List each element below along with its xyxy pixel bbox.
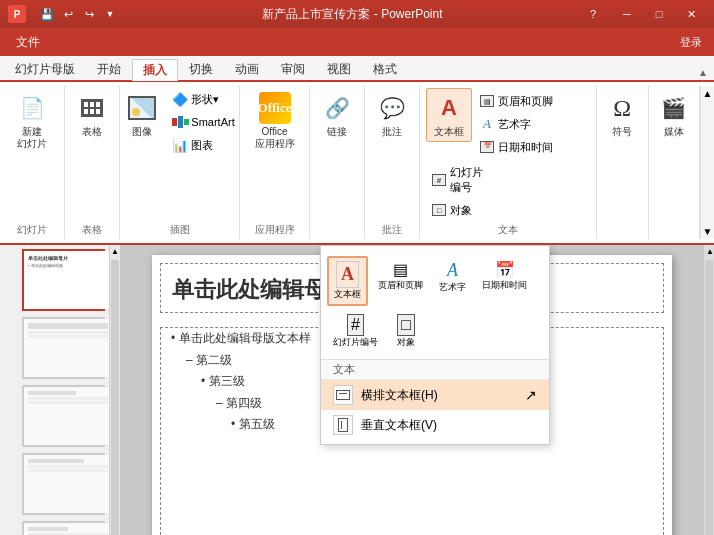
- slide-thumb-5[interactable]: [22, 521, 105, 535]
- shapes-button[interactable]: 🔷 形状▾: [167, 88, 239, 110]
- table-icon: [76, 92, 108, 124]
- comment-button[interactable]: 💬 批注: [369, 88, 415, 142]
- dropdown-top-row: A 文本框 ▤ 页眉和页脚 A 艺术字 📅 日期和时间 # 幻灯片编号: [321, 250, 549, 360]
- dropdown-artword-item[interactable]: A 艺术字: [433, 256, 472, 306]
- tab-insert[interactable]: 插入: [132, 59, 178, 81]
- undo-qa-button[interactable]: ↩: [59, 5, 77, 23]
- ribbon-group-text: A 文本框 ▤ 页眉和页脚 A 艺术字 📅: [420, 86, 597, 239]
- quick-access-toolbar: 💾 ↩ ↪ ▼: [38, 5, 119, 23]
- qa-more-button[interactable]: ▼: [101, 5, 119, 23]
- horizontal-textbox-icon: [333, 385, 353, 405]
- close-button[interactable]: ✕: [676, 4, 706, 24]
- dropdown-headerfooter-item[interactable]: ▤ 页眉和页脚: [372, 256, 429, 306]
- group-label-images: 插图: [170, 221, 190, 237]
- ribbon-group-media: 🎬 媒体: [649, 86, 701, 239]
- shapes-label: 形状▾: [191, 92, 219, 107]
- media-label: 媒体: [664, 126, 684, 138]
- chart-icon: 📊: [172, 137, 188, 153]
- group-label-text: 文本: [498, 221, 518, 237]
- slide-thumb-3[interactable]: [22, 385, 105, 447]
- window-title: 新产品上市宣传方案 - PowerPoint: [127, 6, 578, 23]
- new-slide-label: 新建幻灯片: [17, 126, 47, 150]
- dropdown-slidenum-item[interactable]: # 幻灯片编号: [327, 310, 384, 353]
- file-menu-button[interactable]: 文件: [4, 28, 52, 56]
- slide-panel-scrollbar[interactable]: ▲ ▼: [110, 245, 120, 535]
- tab-animation[interactable]: 动画: [224, 58, 270, 80]
- tab-review[interactable]: 审阅: [270, 58, 316, 80]
- dropdown-datetime-label: 日期和时间: [482, 279, 527, 292]
- dropdown-datetime-item[interactable]: 📅 日期和时间: [476, 256, 533, 306]
- ribbon-scroll-up[interactable]: ▲: [701, 86, 714, 101]
- dropdown-slidenum-label: 幻灯片编号: [333, 336, 378, 349]
- image-label: 图像: [132, 126, 152, 138]
- tab-transition[interactable]: 切换: [178, 58, 224, 80]
- mouse-cursor-icon: ↗: [525, 387, 537, 403]
- tab-start[interactable]: 开始: [86, 58, 132, 80]
- menu-bar: 文件 登录: [0, 28, 714, 56]
- smartart-label: SmartArt: [191, 116, 234, 128]
- ribbon-group-newslide: 📄 新建幻灯片 幻灯片: [0, 86, 65, 239]
- smartart-button[interactable]: SmartArt: [167, 111, 239, 133]
- window-controls: ─ □ ✕: [612, 4, 706, 24]
- link-label: 链接: [327, 126, 347, 138]
- tab-format[interactable]: 格式: [362, 58, 408, 80]
- media-icon: 🎬: [658, 92, 690, 124]
- new-slide-icon: 📄: [16, 92, 48, 124]
- group-label-table: 表格: [82, 221, 102, 237]
- image-button[interactable]: 图像: [119, 88, 165, 142]
- dropdown-artword-icon: A: [447, 260, 458, 281]
- chart-button[interactable]: 📊 图表: [167, 134, 239, 156]
- ribbon-group-office: Office Office应用程序 应用程序: [240, 86, 310, 239]
- horizontal-textbox-label: 横排文本框(H): [361, 387, 438, 404]
- slide-thumb-4[interactable]: [22, 453, 105, 515]
- ribbon-group-comment: 💬 批注 批注: [365, 86, 420, 239]
- maximize-button[interactable]: □: [644, 4, 674, 24]
- symbol-button[interactable]: Ω 符号: [599, 88, 645, 142]
- tab-slidemaster[interactable]: 幻灯片母版: [4, 58, 86, 80]
- ribbon-group-table: 表格 表格: [65, 86, 120, 239]
- ribbon-collapse-button[interactable]: ▲: [696, 65, 710, 82]
- horizontal-textbox-item[interactable]: 横排文本框(H) ↗: [321, 380, 549, 410]
- media-button[interactable]: 🎬 媒体: [651, 88, 697, 142]
- app-icon: P: [8, 5, 26, 23]
- symbol-icon: Ω: [606, 92, 638, 124]
- title-bar: P 💾 ↩ ↪ ▼ 新产品上市宣传方案 - PowerPoint ? ─ □ ✕: [0, 0, 714, 28]
- dropdown-object-item[interactable]: □ 对象: [388, 310, 424, 353]
- vertical-textbox-item[interactable]: 垂直文本框(V): [321, 410, 549, 440]
- slide-num-icon: #: [431, 172, 447, 188]
- login-button[interactable]: 登录: [680, 35, 702, 50]
- slide-thumb-2[interactable]: [22, 317, 105, 379]
- new-slide-button[interactable]: 📄 新建幻灯片: [9, 88, 55, 154]
- tab-view[interactable]: 视图: [316, 58, 362, 80]
- group-label-office: 应用程序: [255, 221, 295, 237]
- help-button[interactable]: ?: [578, 4, 608, 24]
- artword-button[interactable]: A 艺术字: [474, 113, 558, 135]
- dropdown-datetime-icon: 📅: [495, 260, 515, 279]
- dropdown-object-icon: □: [397, 314, 415, 336]
- dropdown-headerfooter-icon: ▤: [393, 260, 408, 279]
- redo-qa-button[interactable]: ↪: [80, 5, 98, 23]
- link-button[interactable]: 🔗 链接: [314, 88, 360, 142]
- slide-thumb-1[interactable]: 单击此处编辑母片 • 单击此处编辑母版: [22, 249, 105, 311]
- comment-icon: 💬: [376, 92, 408, 124]
- minimize-button[interactable]: ─: [612, 4, 642, 24]
- ribbon-scroll-down[interactable]: ▼: [701, 224, 714, 239]
- table-button[interactable]: 表格: [69, 88, 115, 142]
- object-icon: □: [431, 202, 447, 218]
- dropdown-textbox-item[interactable]: A 文本框: [327, 256, 368, 306]
- slide-num-button[interactable]: # 幻灯片编号: [426, 162, 488, 198]
- canvas-scrollbar[interactable]: ▲ ▼: [704, 245, 714, 535]
- comment-label: 批注: [382, 126, 402, 138]
- header-footer-button[interactable]: ▤ 页眉和页脚: [474, 90, 558, 112]
- dropdown-textbox-icon: A: [336, 261, 359, 288]
- textbox-button[interactable]: A 文本框: [426, 88, 472, 142]
- canvas-scroll-up[interactable]: ▲: [704, 245, 714, 258]
- vertical-textbox-icon: [333, 415, 353, 435]
- header-footer-label: 页眉和页脚: [498, 94, 553, 109]
- office-apps-icon: Office: [259, 92, 291, 124]
- shapes-icon: 🔷: [172, 91, 188, 107]
- save-qa-button[interactable]: 💾: [38, 5, 56, 23]
- office-apps-button[interactable]: Office Office应用程序: [248, 88, 302, 154]
- datetime-button[interactable]: 📅 日期和时间: [474, 136, 558, 158]
- object-button[interactable]: □ 对象: [426, 199, 488, 221]
